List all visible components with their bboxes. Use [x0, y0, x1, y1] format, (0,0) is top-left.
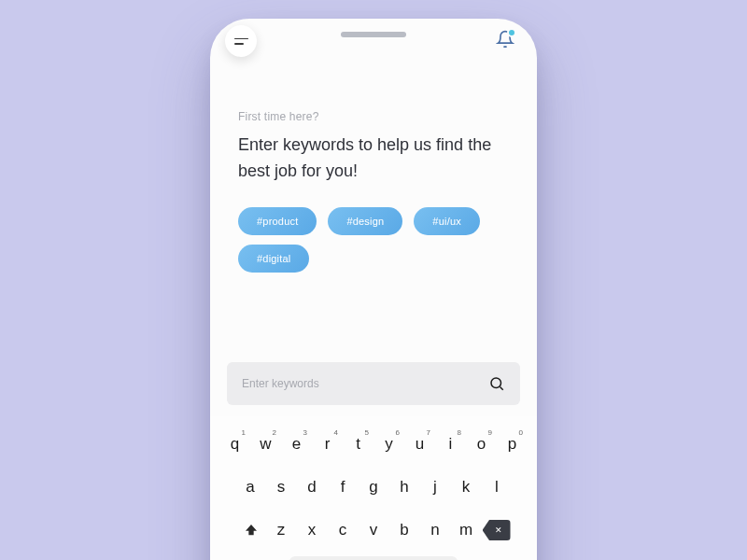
content-area: First time here? Enter keywords to help … [210, 56, 537, 273]
svg-point-0 [491, 378, 501, 388]
speaker-notch [341, 32, 406, 37]
key-q[interactable]: q1 [219, 427, 250, 461]
key-n[interactable]: n [420, 513, 451, 547]
key-o[interactable]: o9 [466, 427, 497, 461]
key-u[interactable]: u7 [404, 427, 435, 461]
key-r[interactable]: r4 [312, 427, 343, 461]
notification-button[interactable] [496, 30, 514, 52]
search-icon [488, 375, 505, 392]
notification-dot [507, 28, 516, 37]
key-k[interactable]: k [451, 470, 482, 504]
tag-list: #product#design#ui/ux#digital [238, 207, 509, 273]
keyboard-row-1: q1w2e3r4t5y6u7i8o9p0 [219, 427, 528, 461]
key-p[interactable]: p0 [497, 427, 528, 461]
subtitle-text: First time here? [238, 110, 509, 123]
search-container [227, 362, 520, 405]
key-j[interactable]: j [420, 470, 451, 504]
status-bar [210, 19, 537, 56]
key-g[interactable]: g [359, 470, 389, 504]
backspace-key[interactable] [482, 513, 512, 547]
key-h[interactable]: h [389, 470, 420, 504]
key-a[interactable]: a [235, 470, 266, 504]
phone-frame: First time here? Enter keywords to help … [210, 19, 537, 560]
key-s[interactable]: s [266, 470, 297, 504]
keyboard-row-bottom: Space En [219, 556, 528, 560]
keyboard: q1w2e3r4t5y6u7i8o9p0 asdfghjkl zxcvbnm S… [210, 416, 537, 560]
key-t[interactable]: t5 [343, 427, 374, 461]
keyboard-row-3: zxcvbnm [219, 513, 528, 547]
search-submit[interactable] [488, 375, 505, 392]
key-d[interactable]: d [297, 470, 328, 504]
key-x[interactable]: x [297, 513, 328, 547]
title-text: Enter keywords to help us find the best … [238, 133, 509, 185]
space-key[interactable]: Space En [289, 556, 458, 560]
search-field[interactable] [227, 362, 520, 405]
key-z[interactable]: z [266, 513, 297, 547]
key-l[interactable]: l [482, 470, 513, 504]
shift-icon [244, 523, 259, 538]
key-f[interactable]: f [328, 470, 359, 504]
tag-chip[interactable]: #ui/ux [414, 207, 480, 235]
key-v[interactable]: v [359, 513, 389, 547]
search-input[interactable] [242, 377, 488, 390]
key-c[interactable]: c [328, 513, 359, 547]
tag-chip[interactable]: #design [328, 207, 402, 235]
key-e[interactable]: e3 [281, 427, 312, 461]
key-w[interactable]: w2 [250, 427, 281, 461]
backspace-icon [483, 520, 511, 540]
key-b[interactable]: b [389, 513, 420, 547]
key-y[interactable]: y6 [374, 427, 404, 461]
tag-chip[interactable]: #digital [238, 245, 309, 273]
key-m[interactable]: m [451, 513, 482, 547]
tag-chip[interactable]: #product [238, 207, 317, 235]
menu-button[interactable] [225, 25, 257, 57]
key-i[interactable]: i8 [435, 427, 466, 461]
keyboard-row-2: asdfghjkl [219, 470, 528, 504]
shift-key[interactable] [236, 513, 266, 547]
